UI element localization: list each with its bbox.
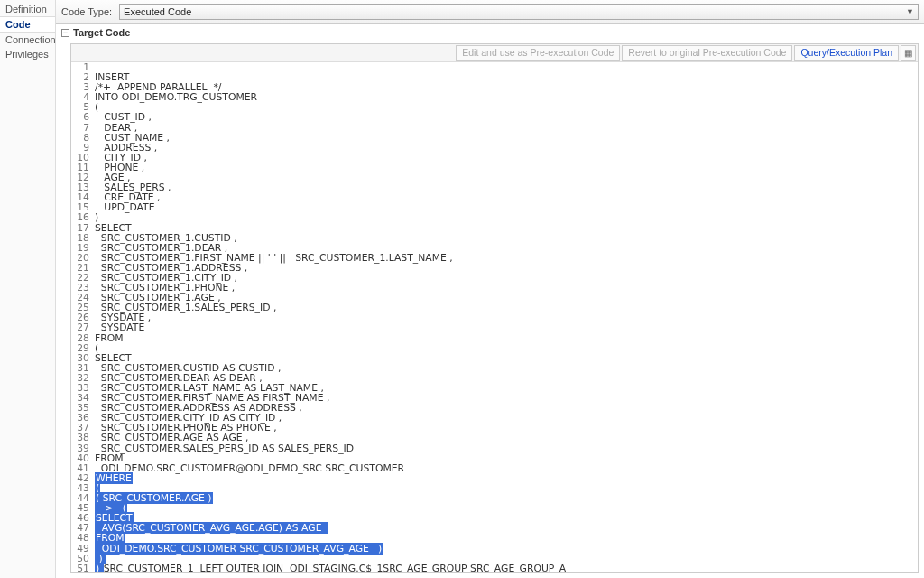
sidebar-item-label: Code [5, 19, 31, 30]
code-type-value: Executed Code [124, 6, 191, 17]
sidebar-item-connection[interactable]: Connection [0, 33, 55, 47]
section-title: Target Code [73, 27, 130, 38]
edit-preexec-button[interactable]: Edit and use as Pre-execution Code [456, 45, 620, 61]
code-type-select[interactable]: Executed Code ▼ [119, 4, 919, 20]
code-type-label: Code Type: [61, 6, 112, 17]
code-toolbar: Edit and use as Pre-execution Code Rever… [71, 44, 918, 62]
sidebar-item-privileges[interactable]: Privileges [0, 47, 55, 61]
chevron-down-icon: ▼ [906, 7, 914, 16]
sidebar-item-code[interactable]: Code [0, 16, 55, 33]
revert-preexec-button[interactable]: Revert to original Pre-execution Code [622, 45, 792, 61]
sidebar-item-label: Definition [5, 4, 47, 14]
sidebar-item-label: Connection [5, 34, 56, 45]
main-panel: Code Type: Executed Code ▼ − Target Code… [56, 0, 924, 578]
code-panel: Edit and use as Pre-execution Code Rever… [70, 43, 919, 573]
sidebar: Definition Code Connection Privileges [0, 0, 56, 578]
line-gutter: 1234567891011121314151617181920212223242… [71, 62, 95, 572]
options-icon[interactable]: ▦ [901, 45, 916, 61]
collapse-icon[interactable]: − [61, 29, 69, 37]
sidebar-item-definition[interactable]: Definition [0, 2, 55, 16]
code-editor[interactable]: 1234567891011121314151617181920212223242… [71, 62, 918, 572]
query-plan-button[interactable]: Query/Execution Plan [794, 45, 899, 61]
code-content[interactable]: INSERT/*+ APPEND PARALLEL */INTO ODI_DEM… [95, 62, 918, 572]
section-header: − Target Code [56, 24, 924, 41]
code-type-row: Code Type: Executed Code ▼ [56, 0, 924, 24]
sidebar-item-label: Privileges [5, 49, 49, 60]
